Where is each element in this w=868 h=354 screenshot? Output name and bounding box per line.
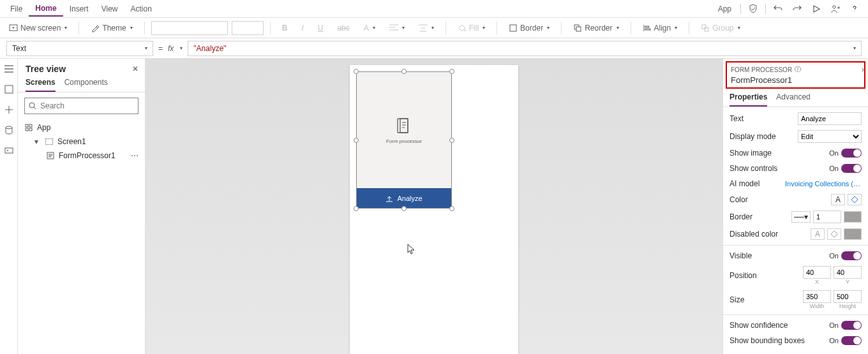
- prop-disabled-fontcolor-button[interactable]: A: [811, 228, 825, 240]
- svg-point-10: [7, 150, 8, 151]
- prop-aimodel-label: AI model: [730, 179, 760, 188]
- tree-item-label: App: [37, 123, 50, 132]
- resize-handle[interactable]: [354, 138, 359, 143]
- border-label: Border: [520, 24, 543, 33]
- on-label: On: [829, 252, 839, 260]
- prop-fontcolor-button[interactable]: A: [831, 194, 845, 205]
- form-icon: [46, 151, 55, 160]
- chevron-down-icon[interactable]: ▾: [853, 45, 856, 51]
- control-type-label: FORM PROCESSOR: [731, 66, 792, 73]
- prop-showconf-toggle[interactable]: [841, 321, 862, 330]
- menu-app[interactable]: App: [712, 2, 738, 16]
- rail-tree-icon[interactable]: [3, 63, 15, 75]
- chevron-down-icon[interactable]: ▾: [32, 137, 41, 146]
- on-label: On: [829, 149, 839, 157]
- help-icon[interactable]: [845, 1, 864, 17]
- menu-action[interactable]: Action: [124, 2, 158, 16]
- prop-disabled-fillcolor-button[interactable]: [827, 228, 841, 240]
- resize-handle[interactable]: [449, 69, 454, 74]
- svg-rect-12: [26, 124, 28, 127]
- preview-icon[interactable]: [807, 1, 826, 17]
- close-icon[interactable]: ✕: [132, 64, 138, 73]
- tab-properties[interactable]: Properties: [730, 92, 767, 107]
- prop-showimage-toggle[interactable]: [841, 149, 862, 158]
- theme-button[interactable]: Theme ▾: [86, 22, 137, 34]
- undo-icon[interactable]: [768, 1, 788, 17]
- screen-icon: [45, 137, 54, 146]
- rail-add-icon[interactable]: [3, 103, 15, 116]
- on-label: On: [829, 165, 839, 172]
- prop-showcontrols-toggle[interactable]: [841, 164, 862, 173]
- prop-fillcolor-button[interactable]: [848, 194, 862, 205]
- prop-disabled-bordercolor-button[interactable]: [844, 228, 862, 240]
- tab-components[interactable]: Components: [64, 78, 108, 92]
- prop-pos-y-input[interactable]: [834, 266, 862, 279]
- tree-item-app[interactable]: App: [20, 121, 142, 135]
- more-icon[interactable]: ⋯: [131, 151, 138, 160]
- bold-button[interactable]: B: [277, 22, 293, 34]
- svg-rect-14: [26, 128, 28, 131]
- font-family-select[interactable]: [151, 21, 228, 35]
- prop-text-input[interactable]: [798, 112, 862, 125]
- resize-handle[interactable]: [354, 206, 359, 211]
- text-align-button[interactable]: ▾: [384, 22, 410, 34]
- prop-borderstyle-select[interactable]: ▾: [791, 211, 811, 223]
- menu-file[interactable]: File: [4, 2, 29, 16]
- prop-visible-toggle[interactable]: [841, 251, 862, 260]
- help-icon[interactable]: ⓘ: [795, 65, 801, 74]
- prop-displaymode-select[interactable]: Edit: [798, 130, 862, 143]
- tree-item-screen1[interactable]: ▾ Screen1: [20, 135, 142, 149]
- underline-button[interactable]: U: [313, 22, 329, 34]
- font-color-button[interactable]: A▾: [359, 22, 380, 34]
- tab-advanced[interactable]: Advanced: [776, 92, 810, 107]
- prop-borderwidth-input[interactable]: [813, 210, 841, 223]
- selection-box[interactable]: [356, 71, 452, 209]
- tree-search[interactable]: [24, 98, 138, 114]
- menu-bar: File Home Insert View Action App: [0, 0, 868, 18]
- menu-insert[interactable]: Insert: [63, 2, 95, 16]
- share-icon[interactable]: [826, 1, 845, 17]
- border-button[interactable]: Border▾: [504, 22, 555, 34]
- canvas[interactable]: Form processor Analyze: [146, 59, 722, 354]
- tree-search-input[interactable]: [40, 101, 136, 110]
- menu-home[interactable]: Home: [29, 1, 63, 17]
- control-name[interactable]: FormProcessor1: [731, 75, 860, 85]
- expand-icon[interactable]: ›: [862, 65, 864, 74]
- resize-handle[interactable]: [354, 69, 359, 74]
- prop-showimage-label: Show image: [730, 149, 772, 158]
- rail-media-icon[interactable]: [3, 144, 15, 157]
- fill-button[interactable]: Fill▾: [453, 22, 490, 34]
- properties-header-highlight: FORM PROCESSOR ⓘ FormProcessor1: [726, 61, 865, 89]
- formula-input[interactable]: "Analyze" ▾: [188, 41, 862, 56]
- resize-handle[interactable]: [401, 69, 407, 74]
- reorder-button[interactable]: Reorder▾: [568, 22, 624, 34]
- tree-item-formprocessor1[interactable]: FormProcessor1 ⋯: [20, 149, 142, 163]
- font-size-select[interactable]: [232, 21, 264, 35]
- prop-pos-x-input[interactable]: [803, 266, 831, 279]
- prop-aimodel-link[interactable]: Invoicing Collections (da...: [785, 180, 862, 188]
- tab-screens[interactable]: Screens: [26, 78, 56, 92]
- resize-handle[interactable]: [449, 138, 454, 143]
- rail-insert-icon[interactable]: [3, 83, 15, 96]
- prop-height-input[interactable]: [834, 290, 862, 303]
- prop-bordercolor-button[interactable]: [844, 211, 862, 223]
- new-screen-button[interactable]: New screen ▾: [4, 22, 72, 34]
- svg-point-0: [833, 5, 835, 8]
- search-icon: [29, 102, 36, 110]
- align-button[interactable]: Align▾: [638, 22, 683, 34]
- menu-view[interactable]: View: [95, 2, 124, 16]
- italic-button[interactable]: I: [296, 22, 308, 34]
- group-button[interactable]: Group▾: [696, 22, 745, 34]
- property-selector[interactable]: Text ▾: [6, 41, 153, 56]
- vertical-align-button[interactable]: ▾: [414, 22, 439, 34]
- rail-data-icon[interactable]: [3, 124, 15, 136]
- resize-handle[interactable]: [401, 206, 407, 211]
- prop-width-input[interactable]: [803, 290, 831, 303]
- redo-icon[interactable]: [788, 1, 807, 17]
- fill-label: Fill: [469, 24, 479, 33]
- prop-showbbox-toggle[interactable]: [841, 336, 862, 345]
- strike-button[interactable]: abc: [332, 22, 354, 34]
- app-checker-icon[interactable]: [744, 1, 763, 17]
- svg-rect-6: [705, 27, 708, 31]
- resize-handle[interactable]: [449, 206, 454, 211]
